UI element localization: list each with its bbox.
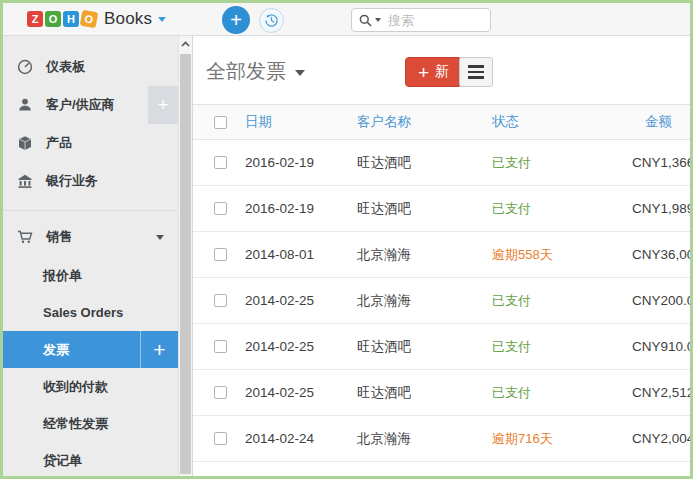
cart-icon xyxy=(17,229,34,245)
table-row[interactable]: 2014-02-24 北京瀚海 逾期716天 CNY2,004.00 xyxy=(193,416,690,462)
scrollbar-thumb[interactable] xyxy=(180,54,191,474)
column-header-amount[interactable]: 金额 xyxy=(632,113,672,131)
table-row[interactable]: 2016-02-19 旺达酒吧 已支付 CNY1,989.90 xyxy=(193,186,690,232)
cell-amount: CNY1,989.90 xyxy=(632,201,693,216)
cell-date: 2014-02-25 xyxy=(245,293,357,308)
sidebar-item-sales-orders[interactable]: Sales Orders xyxy=(3,294,178,331)
search-input[interactable] xyxy=(388,13,472,28)
cell-customer: 北京瀚海 xyxy=(357,292,492,310)
new-invoice-button[interactable]: + 新 xyxy=(405,57,462,87)
column-header-date[interactable]: 日期 xyxy=(245,113,357,131)
select-all-checkbox[interactable] xyxy=(214,116,227,129)
sidebar-item-payments-received[interactable]: 收到的付款 xyxy=(3,368,178,405)
table-row[interactable]: 2014-02-25 旺达酒吧 已支付 CNY2,512.50 xyxy=(193,370,690,416)
cell-date: 2014-08-01 xyxy=(245,247,357,262)
column-header-customer[interactable]: 客户名称 xyxy=(357,113,492,131)
cell-amount: CNY36,000.00 xyxy=(632,247,693,262)
bank-icon xyxy=(17,173,34,189)
table-header: 日期 客户名称 状态 金额 xyxy=(193,104,690,140)
row-checkbox[interactable] xyxy=(214,294,227,307)
chevron-down-icon[interactable] xyxy=(158,17,166,22)
sidebar-item-dashboard[interactable]: 仪表板 xyxy=(3,48,178,86)
sidebar-divider xyxy=(3,210,178,211)
clock-history-icon xyxy=(264,13,279,28)
status-badge: 逾期716天 xyxy=(492,431,553,446)
cell-date: 2014-02-24 xyxy=(245,431,357,446)
table-row[interactable]: 2014-08-01 北京瀚海 逾期558天 CNY36,000.00 xyxy=(193,232,690,278)
invoice-view-selector[interactable]: 全部发票 xyxy=(206,58,305,85)
cell-date: 2014-02-25 xyxy=(245,339,357,354)
search-box xyxy=(351,8,491,32)
sidebar-item-recurring-invoices[interactable]: 经常性发票 xyxy=(3,405,178,442)
recent-history-button[interactable] xyxy=(259,8,284,33)
sidebar-item-label: 发票 xyxy=(43,341,69,359)
status-badge: 已支付 xyxy=(492,293,531,308)
zoho-books-logo[interactable]: Z O H O Books xyxy=(27,9,166,29)
table-row[interactable]: 2014-02-25 北京瀚海 已支付 CNY200.00 xyxy=(193,278,690,324)
plus-icon: + xyxy=(418,63,429,82)
main-content: 全部发票 + 新 日期 客户名称 状态 金额 xyxy=(193,36,690,476)
add-invoice-button[interactable]: + xyxy=(140,331,178,368)
topbar: Z O H O Books + xyxy=(3,3,690,36)
hamburger-icon xyxy=(468,65,484,68)
cell-amount: CNY2,004.00 xyxy=(632,431,693,446)
row-checkbox[interactable] xyxy=(214,156,227,169)
sidebar-item-label: 银行业务 xyxy=(46,172,98,190)
sidebar-item-sales[interactable]: 销售 xyxy=(3,217,178,257)
row-checkbox[interactable] xyxy=(214,202,227,215)
row-checkbox[interactable] xyxy=(214,340,227,353)
cell-amount: CNY200.00 xyxy=(632,293,693,308)
sidebar-item-label: 经常性发票 xyxy=(43,415,108,433)
search-scope-caret-icon[interactable] xyxy=(375,18,381,22)
sidebar-item-label: 仪表板 xyxy=(46,58,85,76)
sidebar-item-items[interactable]: 产品 xyxy=(3,124,178,162)
cube-icon xyxy=(17,135,34,151)
cell-customer: 旺达酒吧 xyxy=(357,338,492,356)
cell-date: 2014-02-25 xyxy=(245,385,357,400)
gauge-icon xyxy=(17,59,34,75)
add-contact-button[interactable]: + xyxy=(148,86,178,124)
sidebar-item-label: 报价单 xyxy=(43,267,82,285)
scrollbar-up-arrow[interactable] xyxy=(179,36,192,52)
list-options-button[interactable] xyxy=(459,57,493,87)
column-header-status[interactable]: 状态 xyxy=(492,113,632,131)
cell-customer: 旺达酒吧 xyxy=(357,200,492,218)
status-badge: 逾期558天 xyxy=(492,247,553,262)
sidebar-item-credit-notes[interactable]: 贷记单 xyxy=(3,442,178,476)
sidebar-item-invoices[interactable]: 发票 + xyxy=(3,331,178,368)
chevron-down-icon xyxy=(156,235,164,240)
cell-date: 2016-02-19 xyxy=(245,155,357,170)
cell-customer: 旺达酒吧 xyxy=(357,384,492,402)
chevron-down-icon xyxy=(295,70,305,76)
person-icon xyxy=(17,97,34,113)
content-header: 全部发票 + 新 xyxy=(193,36,690,104)
table-row[interactable]: 2016-02-19 旺达酒吧 已支付 CNY1,366.80 xyxy=(193,140,690,186)
sidebar-item-label: 收到的付款 xyxy=(43,378,108,396)
status-badge: 已支付 xyxy=(492,155,531,170)
row-checkbox[interactable] xyxy=(214,432,227,445)
sidebar-item-estimates[interactable]: 报价单 xyxy=(3,257,178,294)
logo-tile: H xyxy=(63,11,79,27)
sidebar-item-label: 销售 xyxy=(46,228,72,246)
row-checkbox[interactable] xyxy=(214,248,227,261)
new-button-label: 新 xyxy=(435,63,449,81)
cell-customer: 北京瀚海 xyxy=(357,246,492,264)
sidebar-scrollbar xyxy=(178,36,193,476)
zoho-logo-tiles: Z O H O xyxy=(27,11,99,27)
cell-amount: CNY2,512.50 xyxy=(632,385,693,400)
logo-tile: O xyxy=(80,10,99,29)
cell-amount: CNY910.00 xyxy=(632,339,693,354)
page-title: 全部发票 xyxy=(206,58,286,85)
status-badge: 已支付 xyxy=(492,201,531,216)
cell-date: 2016-02-19 xyxy=(245,201,357,216)
sidebar-item-contacts[interactable]: 客户/供应商 + xyxy=(3,86,178,124)
logo-tile: Z xyxy=(27,11,43,27)
status-badge: 已支付 xyxy=(492,339,531,354)
row-checkbox[interactable] xyxy=(214,386,227,399)
table-row[interactable]: 2014-02-25 旺达酒吧 已支付 CNY910.00 xyxy=(193,324,690,370)
logo-tile: O xyxy=(45,11,61,27)
app-window: Z O H O Books + xyxy=(0,0,693,479)
quick-add-button[interactable]: + xyxy=(222,6,250,34)
product-name: Books xyxy=(104,9,152,29)
sidebar-item-banking[interactable]: 银行业务 xyxy=(3,162,178,200)
